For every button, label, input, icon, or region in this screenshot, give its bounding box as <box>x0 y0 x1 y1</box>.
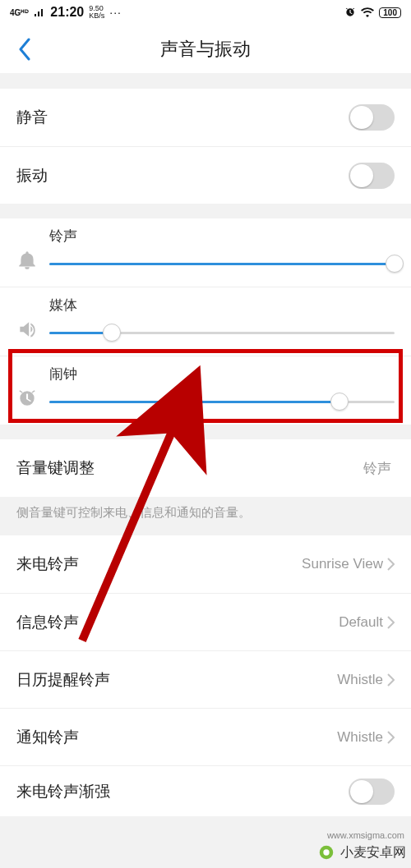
signal-icon <box>34 7 45 17</box>
alarm-slider-row: 闹钟 <box>0 356 411 425</box>
alarm-icon <box>344 7 356 18</box>
volume-key-group: 音量键调整 铃声 <box>0 439 411 497</box>
status-left: 4Gᴴᴰ 21:20 9.50 KB/s ··· <box>10 5 122 20</box>
message-ringtone-row[interactable]: 信息铃声 Default <box>0 593 411 650</box>
net-speed: 9.50 KB/s <box>89 5 104 20</box>
chevron-left-icon <box>17 38 32 61</box>
speaker-icon <box>16 297 49 342</box>
chevron-right-icon <box>386 558 395 571</box>
media-slider[interactable] <box>49 323 395 342</box>
alarm-clock-icon <box>16 366 49 411</box>
row-value: Whistle <box>337 729 383 746</box>
volume-key-value: 铃声 <box>363 459 391 478</box>
bell-icon <box>16 228 49 273</box>
row-value: Default <box>339 614 383 631</box>
chevron-right-icon <box>386 731 395 744</box>
row-label: 来电铃声渐强 <box>16 781 349 802</box>
wifi-icon <box>361 7 374 17</box>
mute-label: 静音 <box>16 107 349 128</box>
crescendo-toggle[interactable] <box>349 778 395 805</box>
alarm-slider[interactable] <box>49 392 395 411</box>
toggle-group: 静音 振动 <box>0 89 411 204</box>
chevron-right-icon <box>386 616 395 629</box>
notify-ringtone-row[interactable]: 通知铃声 Whistle <box>0 708 411 765</box>
ringtone-group: 来电铃声 Sunrise View 信息铃声 Default 日历提醒铃声 Wh… <box>0 535 411 816</box>
status-bar: 4Gᴴᴰ 21:20 9.50 KB/s ··· 100 <box>0 0 411 25</box>
svg-point-2 <box>323 849 329 855</box>
media-slider-row: 媒体 <box>0 287 411 356</box>
calendar-ringtone-row[interactable]: 日历提醒铃声 Whistle <box>0 650 411 708</box>
watermark-logo-icon <box>317 843 335 861</box>
watermark-url: www.xmsigma.com <box>327 830 404 840</box>
mute-toggle[interactable] <box>349 104 395 131</box>
vibrate-row[interactable]: 振动 <box>0 146 411 204</box>
row-value: Whistle <box>337 672 383 688</box>
watermark: 小麦安卓网 <box>317 843 406 861</box>
battery-indicator: 100 <box>379 7 401 18</box>
volume-key-label: 音量键调整 <box>16 457 363 479</box>
network-indicator: 4Gᴴᴰ <box>10 8 29 17</box>
more-icon: ··· <box>109 6 122 19</box>
ringtone-slider-label: 铃声 <box>49 227 395 246</box>
watermark-text: 小麦安卓网 <box>340 844 406 861</box>
volume-key-row[interactable]: 音量键调整 铃声 <box>0 439 411 497</box>
row-label: 通知铃声 <box>16 727 337 748</box>
chevron-right-icon <box>386 673 395 687</box>
row-label: 来电铃声 <box>16 553 302 575</box>
ringtone-slider[interactable] <box>49 254 395 273</box>
media-slider-label: 媒体 <box>49 296 395 315</box>
crescendo-row[interactable]: 来电铃声渐强 <box>0 765 411 816</box>
clock: 21:20 <box>50 5 84 20</box>
vibrate-toggle[interactable] <box>349 163 395 189</box>
alarm-slider-label: 闹钟 <box>49 365 395 383</box>
page-title: 声音与振动 <box>0 37 411 62</box>
row-label: 日历提醒铃声 <box>16 669 337 691</box>
vibrate-label: 振动 <box>16 165 349 186</box>
row-value: Sunrise View <box>302 556 383 572</box>
row-label: 信息铃声 <box>16 612 339 633</box>
status-right: 100 <box>344 7 401 18</box>
nav-bar: 声音与振动 <box>0 25 411 74</box>
volume-key-hint: 侧音量键可控制来电、信息和通知的音量。 <box>0 497 411 535</box>
ringtone-slider-row: 铃声 <box>0 218 411 287</box>
back-button[interactable] <box>7 25 43 73</box>
incoming-ringtone-row[interactable]: 来电铃声 Sunrise View <box>0 535 411 593</box>
slider-group: 铃声 媒体 闹钟 <box>0 218 411 425</box>
mute-row[interactable]: 静音 <box>0 89 411 146</box>
